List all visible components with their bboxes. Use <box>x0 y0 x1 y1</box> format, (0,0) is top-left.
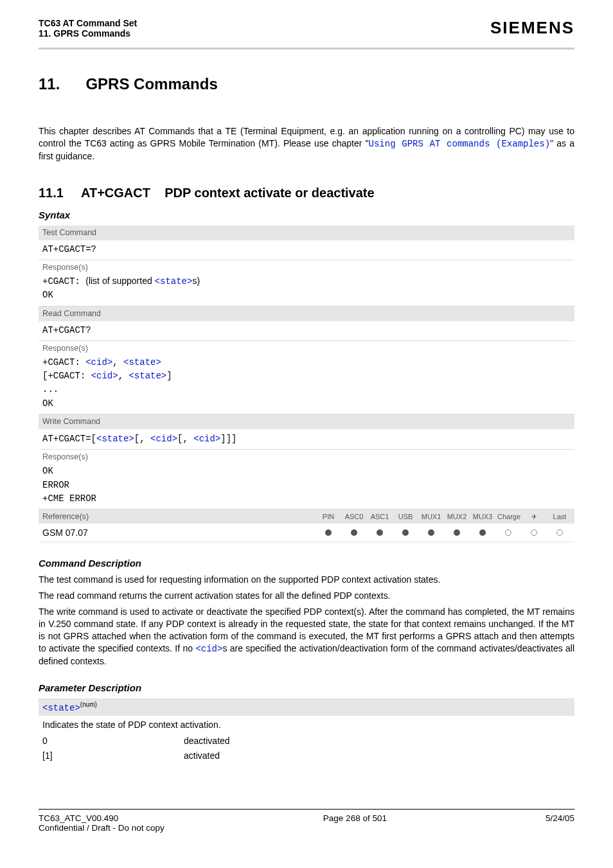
reference-columns: PIN ASC0 ASC1 USB MUX1 MUX2 MUX3 Charge … <box>317 513 571 521</box>
read-l2-sep: , <box>118 371 129 381</box>
param-state-name[interactable]: <state> <box>42 703 80 713</box>
write-cmd-state[interactable]: <state> <box>96 434 134 444</box>
col-charge: Charge <box>497 513 519 520</box>
write-cmd-suffix: ]]] <box>220 434 236 444</box>
header-rule <box>39 48 574 49</box>
footer-left: TC63_ATC_V00.490 Confidential / Draft - … <box>39 813 164 833</box>
dot-charge <box>497 527 519 538</box>
cmd-desc-p3: The write command is used to activate or… <box>39 606 574 667</box>
test-response-label: Response(s) <box>39 260 574 272</box>
write-command: AT+CGACT=[<state>[, <cid>[, <cid>]]] <box>39 429 574 450</box>
dot-airplane <box>523 527 545 538</box>
intro-link[interactable]: Using GPRS AT commands (Examples) <box>369 139 551 149</box>
write-response: OK ERROR +CME ERROR <box>39 461 574 509</box>
reference-header: Reference(s) PIN ASC0 ASC1 USB MUX1 MUX2… <box>39 509 574 524</box>
cmd-desc-p1: The test command is used for requesting … <box>39 574 574 586</box>
write-ok: OK <box>42 466 53 476</box>
syntax-block: Test Command AT+CGACT=? Response(s) +CGA… <box>39 226 574 543</box>
dot-asc0 <box>343 527 365 538</box>
param-key-0: 0 <box>42 734 184 748</box>
read-dots: ... <box>42 384 58 394</box>
col-last: Last <box>549 513 571 520</box>
read-response-label: Response(s) <box>39 341 574 353</box>
reference-value: GSM 07.07 <box>42 527 317 538</box>
param-row-1: [1] activated <box>42 748 571 763</box>
test-command-label: Test Command <box>39 226 574 240</box>
col-asc0: ASC0 <box>343 513 365 520</box>
param-state-band: <state>(num) <box>39 698 574 716</box>
write-error: ERROR <box>42 480 69 490</box>
read-l2-state[interactable]: <state> <box>129 371 166 381</box>
write-cmd-cid1[interactable]: <cid> <box>150 434 177 444</box>
test-resp-suffix: s) <box>192 276 200 286</box>
read-l2-suffix: ] <box>166 371 172 381</box>
col-pin: PIN <box>317 513 339 520</box>
section-cmd: AT+CGACT <box>81 186 150 200</box>
cmd-desc-p2: The read command returns the current act… <box>39 590 574 602</box>
page-header: TC63 AT Command Set 11. GPRS Commands SI… <box>39 18 574 44</box>
header-left: TC63 AT Command Set 11. GPRS Commands <box>39 18 137 39</box>
chapter-title-text: GPRS Commands <box>85 75 217 93</box>
col-airplane-icon: ✈ <box>523 513 545 521</box>
dot-usb <box>395 527 416 538</box>
dot-mux1 <box>420 527 442 538</box>
chapter-number: 11. <box>39 75 60 93</box>
param-key-1: [1] <box>42 748 184 763</box>
read-l2-prefix: [+CGACT: <box>42 371 91 381</box>
read-ok: OK <box>42 398 53 409</box>
param-val-1: activated <box>184 748 571 763</box>
section-title-text: PDP context activate or deactivate <box>164 186 374 200</box>
write-cmd-cid2[interactable]: <cid> <box>193 434 220 444</box>
col-asc1: ASC1 <box>369 513 391 520</box>
write-cme: +CME ERROR <box>42 493 96 504</box>
reference-dots <box>317 527 571 538</box>
doc-subtitle: 11. GPRS Commands <box>39 28 137 39</box>
test-resp-prefix: +CGACT: <box>42 276 85 287</box>
dot-pin <box>317 527 339 538</box>
dot-asc1 <box>369 527 391 538</box>
page-footer: TC63_ATC_V00.490 Confidential / Draft - … <box>39 809 574 833</box>
read-l1-cid[interactable]: <cid> <box>85 357 112 368</box>
read-l2-cid[interactable]: <cid> <box>91 371 118 381</box>
dot-mux3 <box>472 527 493 538</box>
write-cmd-m2: [, <box>177 434 193 444</box>
write-cmd-m1: [, <box>134 434 150 444</box>
write-response-label: Response(s) <box>39 450 574 461</box>
section-number: 11.1 <box>39 186 64 200</box>
read-l1-sep: , <box>112 357 123 368</box>
brand-logo: SIEMENS <box>490 18 574 38</box>
read-command: AT+CGACT? <box>39 321 574 341</box>
intro-paragraph: This chapter describes AT Commands that … <box>39 125 574 163</box>
col-mux3: MUX3 <box>472 513 493 520</box>
cmd-desc-heading: Command Description <box>39 558 574 569</box>
test-resp-ok: OK <box>42 290 53 300</box>
section-heading: 11.1 AT+CGACT PDP context activate or de… <box>39 186 574 200</box>
col-mux1: MUX1 <box>420 513 442 520</box>
param-state-sup: (num) <box>80 701 97 708</box>
dot-mux2 <box>446 527 468 538</box>
test-response: +CGACT: (list of supported <state>s) OK <box>39 272 574 306</box>
test-resp-mid: (list of supported <box>85 276 154 286</box>
footer-confidential: Confidential / Draft - Do not copy <box>39 823 164 833</box>
read-l1-state[interactable]: <state> <box>123 357 161 368</box>
param-desc-heading: Parameter Description <box>39 682 574 693</box>
col-mux2: MUX2 <box>446 513 468 520</box>
param-val-0: deactivated <box>184 734 571 748</box>
cmd-desc-cid[interactable]: <cid> <box>195 644 222 654</box>
write-cmd-prefix: AT+CGACT=[ <box>42 434 96 444</box>
reference-label: Reference(s) <box>42 512 317 521</box>
dot-last <box>549 527 571 538</box>
syntax-label: Syntax <box>39 209 574 220</box>
param-row-0: 0 deactivated <box>42 734 571 748</box>
read-l1-prefix: +CGACT: <box>42 357 85 368</box>
test-resp-param[interactable]: <state> <box>155 276 193 287</box>
footer-version: TC63_ATC_V00.490 <box>39 813 164 823</box>
read-response: +CGACT: <cid>, <state> [+CGACT: <cid>, <… <box>39 353 574 414</box>
param-state-table: 0 deactivated [1] activated <box>39 732 574 764</box>
doc-title: TC63 AT Command Set <box>39 18 137 28</box>
col-usb: USB <box>395 513 416 520</box>
chapter-heading: 11. GPRS Commands <box>39 75 574 93</box>
param-state-expl: Indicates the state of PDP context activ… <box>39 716 574 732</box>
reference-body: GSM 07.07 <box>39 524 574 542</box>
footer-date: 5/24/05 <box>546 813 574 833</box>
